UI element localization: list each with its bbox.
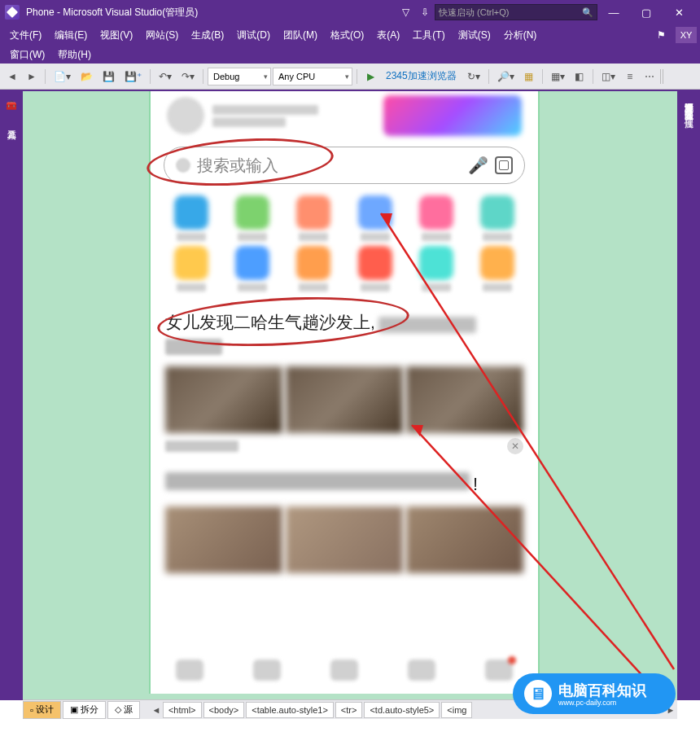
config-dropdown[interactable]: Debug <box>208 68 271 85</box>
nav-icon[interactable] <box>330 660 358 681</box>
notification-icon[interactable]: ⚑ <box>651 27 671 43</box>
redo-button[interactable]: ↷▾ <box>177 68 199 85</box>
app-label-blurred <box>299 233 328 241</box>
menu-analyze[interactable]: 分析(N) <box>497 26 544 45</box>
phone-search-box[interactable]: 搜索或输入 🎤 <box>164 147 525 184</box>
menu-test[interactable]: 测试(S) <box>452 26 497 45</box>
crumb-img[interactable]: <img <box>441 702 472 718</box>
app-shortcut[interactable] <box>296 246 330 291</box>
app-shortcut[interactable] <box>480 195 514 241</box>
app-label-blurred <box>361 283 390 291</box>
nav-fwd-button[interactable]: ► <box>23 68 41 85</box>
app-shortcut[interactable] <box>419 195 453 241</box>
app-shortcut[interactable] <box>174 246 208 291</box>
app-icon <box>296 195 330 230</box>
close-button[interactable]: ✕ <box>663 0 695 24</box>
save-button[interactable]: 💾 <box>98 68 119 85</box>
app-shortcut[interactable] <box>296 195 330 241</box>
save-all-button[interactable]: 💾⁺ <box>120 68 146 85</box>
menu-table[interactable]: 表(A) <box>370 26 406 45</box>
filter-icon[interactable]: ▽ <box>398 5 413 20</box>
more-button[interactable]: ⋯ <box>641 68 658 85</box>
app-icon <box>174 195 208 230</box>
view-split-tab[interactable]: ▣ 拆分 <box>63 701 106 719</box>
new-project-button[interactable]: 📄▾ <box>50 68 75 85</box>
menu-team[interactable]: 团队(M) <box>277 26 324 45</box>
menu-tools[interactable]: 工具(T) <box>406 26 451 45</box>
phone-bottom-nav <box>151 646 538 694</box>
app-shortcut[interactable] <box>480 246 514 291</box>
phone-search-placeholder: 搜索或输入 <box>197 155 461 177</box>
menu-format[interactable]: 格式(O) <box>324 26 370 45</box>
dismiss-icon[interactable]: ✕ <box>507 438 523 454</box>
menu-website[interactable]: 网站(S) <box>139 26 185 45</box>
nav-icon[interactable] <box>408 660 435 681</box>
minimize-button[interactable]: — <box>597 0 630 24</box>
menu-help[interactable]: 帮助(H) <box>51 46 98 64</box>
app-icon <box>480 246 514 280</box>
app-shortcut[interactable] <box>235 246 269 291</box>
nav-icon[interactable] <box>253 660 281 681</box>
account-badge[interactable]: XY <box>676 27 697 43</box>
crumb-prev-button[interactable]: ◄ <box>150 702 163 718</box>
app-label-blurred <box>299 283 328 291</box>
site-watermark: 🖥 电脑百科知识 www.pc-daily.com <box>513 673 676 714</box>
window-title: Phone - Microsoft Visual Studio(管理员) <box>26 6 396 20</box>
scan-icon[interactable] <box>495 156 513 174</box>
app-icon <box>358 195 392 230</box>
menu-build[interactable]: 生成(B) <box>185 26 230 45</box>
app-label-blurred <box>422 283 451 291</box>
blurred-text <box>378 317 476 333</box>
app-label-blurred <box>238 283 267 291</box>
crumb-html[interactable]: <html> <box>163 702 202 718</box>
blurred-text <box>165 472 470 490</box>
undo-button[interactable]: ↶▾ <box>155 68 176 85</box>
view-design-tab[interactable]: ▫ 设计 <box>23 701 61 719</box>
menu-window[interactable]: 窗口(W) <box>3 46 51 64</box>
maximize-button[interactable]: ▢ <box>630 0 663 24</box>
open-file-button[interactable]: 📂 <box>77 68 97 85</box>
crumb-table[interactable]: <table.auto-style1> <box>246 702 334 718</box>
app-icon <box>419 195 453 230</box>
search-engine-icon <box>176 158 190 173</box>
run-button[interactable]: ▶ <box>361 68 379 85</box>
nav-icon[interactable] <box>176 660 203 681</box>
app-shortcut[interactable] <box>358 246 392 291</box>
search-icon: 🔍 <box>582 7 593 18</box>
crumb-tr[interactable]: <tr> <box>335 702 363 718</box>
crumb-body[interactable]: <body> <box>203 702 245 718</box>
app-shortcut[interactable] <box>174 195 208 241</box>
crumb-td[interactable]: <td.auto-style5> <box>364 702 440 718</box>
menu-debug[interactable]: 调试(D) <box>230 26 277 45</box>
title-bar: Phone - Microsoft Visual Studio(管理员) ▽ ⇩… <box>0 0 700 24</box>
nav-icon[interactable] <box>485 660 513 681</box>
menu-edit[interactable]: 编辑(E) <box>48 26 94 45</box>
blurred-caption <box>165 440 238 452</box>
align-button[interactable]: ≡ <box>621 68 639 85</box>
browser-refresh-button[interactable]: ↻▾ <box>463 68 484 85</box>
download-icon[interactable]: ⇩ <box>418 5 432 20</box>
quick-launch-input[interactable]: 快速启动 (Ctrl+Q) 🔍 <box>435 4 597 20</box>
design-surface[interactable]: 搜索或输入 🎤 女儿发现二哈生气趟沙发上, ✕ ! <box>23 91 677 700</box>
app-icon <box>480 195 514 230</box>
app-shortcut[interactable] <box>419 246 453 291</box>
new-item-button[interactable]: ▦ <box>520 68 538 85</box>
menu-file[interactable]: 文件(F) <box>3 26 48 45</box>
platform-dropdown[interactable]: Any CPU <box>273 68 352 85</box>
watermark-title: 电脑百科知识 <box>558 681 646 700</box>
find-button[interactable]: 🔎▾ <box>493 68 518 85</box>
toolbox-icon[interactable]: 🧰 <box>2 96 20 114</box>
nav-back-button[interactable]: ◄ <box>3 68 21 85</box>
view-source-tab[interactable]: ◇ 源 <box>107 701 140 719</box>
grid-button[interactable]: ▦▾ <box>547 68 569 85</box>
blurred-text-line <box>212 117 286 127</box>
thumbnail <box>165 366 282 433</box>
app-shortcut[interactable] <box>358 195 392 241</box>
mic-icon[interactable]: 🎤 <box>467 155 488 176</box>
component-button[interactable]: ◫▾ <box>597 68 619 85</box>
layer-button[interactable]: ◧ <box>571 68 588 85</box>
run-target-label[interactable]: 2345加速浏览器 <box>381 69 462 83</box>
right-tool-rail: 解决方案资源管理器 团队资源管理器 属性 <box>677 91 700 700</box>
app-shortcut[interactable] <box>235 195 269 241</box>
menu-view[interactable]: 视图(V) <box>94 26 139 45</box>
